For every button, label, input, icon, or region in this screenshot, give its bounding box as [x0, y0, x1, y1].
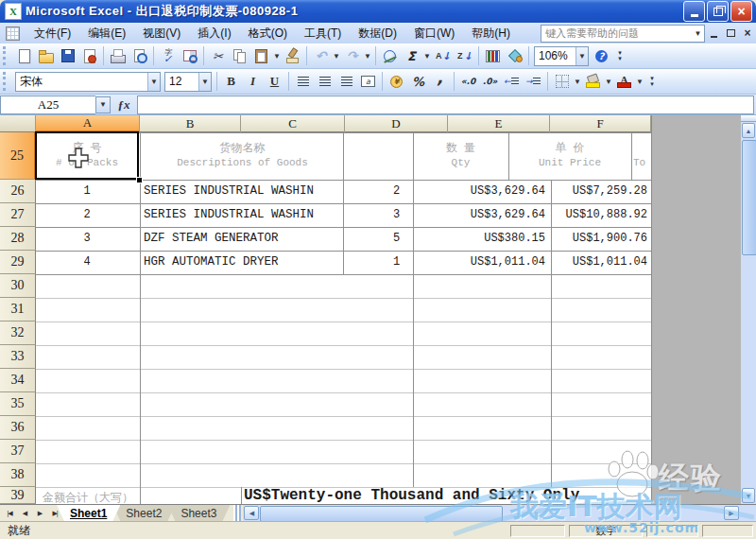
workbook-restore-button[interactable] [723, 26, 738, 41]
cell-amount-26[interactable]: US$7,259.28 [532, 184, 647, 198]
cell-desc-27[interactable]: SERIES INDUSTRIAL WASHIN [144, 208, 314, 221]
chevron-down-icon[interactable]: ▼ [147, 73, 160, 91]
chevron-down-icon[interactable]: ▼ [272, 45, 282, 66]
align-left-button[interactable] [293, 71, 313, 92]
name-box[interactable]: A25 [0, 96, 95, 114]
worksheet-grid[interactable]: ABCDEF 252627282930313233343536373839 序 … [0, 115, 756, 504]
decrease-indent-button[interactable] [502, 71, 522, 92]
autosum-button[interactable] [402, 45, 421, 66]
cell-amount-29[interactable]: US$1,011.04 [532, 255, 647, 269]
help-button[interactable] [592, 45, 611, 66]
underline-button[interactable] [265, 71, 284, 92]
chevron-down-icon[interactable]: ▼ [198, 73, 211, 91]
cell-amount-words[interactable]: US$Twenty-one Thousand and Sixty Only [244, 487, 579, 504]
cell-unit-27[interactable]: US$3,629.64 [429, 208, 545, 221]
menu-data[interactable]: 数据(D) [350, 24, 405, 43]
scroll-right-button[interactable]: ▶ [724, 506, 739, 520]
cell-desc-29[interactable]: HGR AUTOMATIC DRYER [144, 255, 279, 269]
menu-window[interactable]: 窗口(W) [405, 24, 463, 43]
italic-button[interactable] [243, 71, 263, 92]
horizontal-scroll-thumb[interactable] [260, 506, 503, 522]
tab-sheet3[interactable]: Sheet3 [167, 505, 230, 521]
header-total-fragment[interactable]: To [633, 157, 651, 168]
chevron-down-icon[interactable]: ▼ [573, 71, 582, 92]
row-header-35[interactable]: 35 [0, 392, 36, 416]
font-size-combo[interactable]: 12 ▼ [164, 72, 212, 92]
decrease-decimal-button[interactable] [480, 71, 500, 92]
cell-amount-28[interactable]: US$1,900.76 [532, 232, 647, 245]
cell-desc-26[interactable]: SERIES INDUSTRIAL WASHIN [144, 184, 314, 198]
tab-split-handle[interactable] [233, 505, 241, 521]
bold-button[interactable] [221, 71, 241, 92]
column-header-F[interactable]: F [550, 115, 651, 132]
header-desc-cn[interactable]: 货物名称 [140, 140, 345, 156]
vertical-scrollbar[interactable]: ▲ ▼ [741, 115, 756, 504]
name-box-dropdown[interactable]: ▼ [95, 96, 111, 113]
header-unit-en[interactable]: Unit Price [508, 157, 631, 168]
sort-ascending-button[interactable] [433, 45, 453, 66]
scroll-down-button[interactable]: ▼ [742, 488, 755, 503]
cell-desc-28[interactable]: DZF STEAM GENERATOR [144, 232, 279, 245]
header-qty-en[interactable]: Qty [413, 157, 508, 168]
copy-button[interactable] [230, 45, 249, 66]
row-header-32[interactable]: 32 [0, 322, 36, 345]
menu-edit[interactable]: 编辑(E) [79, 24, 134, 43]
toolbar-grip[interactable] [3, 72, 9, 91]
menu-insert[interactable]: 插入(I) [189, 24, 239, 43]
redo-button[interactable] [342, 45, 362, 66]
column-header-C[interactable]: C [241, 115, 345, 132]
header-qty-cn[interactable]: 数 量 [413, 140, 508, 156]
currency-button[interactable] [387, 71, 406, 92]
fill-handle[interactable] [136, 177, 143, 183]
row-header-37[interactable]: 37 [0, 440, 36, 463]
align-center-button[interactable] [315, 71, 335, 92]
menu-view[interactable]: 视图(V) [134, 24, 189, 43]
tab-sheet1[interactable]: Sheet1 [57, 505, 120, 521]
column-header-A[interactable]: A [36, 115, 140, 132]
format-painter-button[interactable] [283, 45, 302, 66]
drawing-button[interactable] [505, 45, 524, 66]
align-right-button[interactable] [336, 71, 356, 92]
research-button[interactable] [180, 45, 199, 66]
open-button[interactable] [36, 45, 56, 66]
horizontal-scrollbar[interactable]: ◀ ▶ [243, 505, 756, 521]
next-sheet-button[interactable]: ▶ [32, 507, 47, 520]
spelling-button[interactable] [158, 45, 178, 66]
row-header-28[interactable]: 28 [0, 227, 36, 251]
previous-sheet-button[interactable]: ◀ [17, 507, 32, 520]
row-header-31[interactable]: 31 [0, 298, 36, 322]
cell-no-28[interactable]: 3 [36, 232, 138, 245]
row-header-26[interactable]: 26 [0, 180, 36, 203]
menu-help[interactable]: 帮助(H) [463, 24, 519, 43]
column-header-D[interactable]: D [345, 115, 448, 132]
tab-sheet2[interactable]: Sheet2 [112, 505, 175, 521]
column-header-B[interactable]: B [140, 115, 241, 132]
row-header-33[interactable]: 33 [0, 345, 36, 369]
row-header-38[interactable]: 38 [0, 463, 36, 487]
cell-no-29[interactable]: 4 [36, 255, 138, 269]
minimize-button[interactable] [683, 1, 705, 22]
comma-button[interactable] [430, 71, 450, 92]
restore-button[interactable] [707, 1, 729, 22]
workbook-close-button[interactable]: × [740, 26, 755, 41]
chevron-down-icon[interactable]: ▼ [604, 71, 613, 92]
menu-format[interactable]: 格式(O) [240, 24, 296, 43]
row-header-36[interactable]: 36 [0, 416, 36, 440]
row-header-25[interactable]: 25 [0, 132, 36, 180]
cut-button[interactable] [208, 45, 228, 66]
scroll-left-button[interactable]: ◀ [244, 506, 259, 520]
cell-unit-26[interactable]: US$3,629.64 [429, 184, 545, 198]
menu-tools[interactable]: 工具(T) [296, 24, 350, 43]
row-header-39[interactable]: 39 [0, 487, 36, 504]
formula-input[interactable] [137, 96, 754, 114]
save-button[interactable] [58, 45, 77, 66]
chevron-down-icon[interactable]: ▼ [363, 45, 372, 66]
font-color-button[interactable] [614, 71, 634, 92]
chevron-down-icon[interactable]: ▼ [576, 47, 588, 65]
merge-center-button[interactable] [358, 71, 378, 92]
cell-no-27[interactable]: 2 [36, 208, 138, 221]
chevron-down-icon[interactable]: ▼ [332, 45, 341, 66]
split-box[interactable] [741, 115, 756, 122]
sort-descending-button[interactable] [455, 45, 474, 66]
help-question-box[interactable]: 键入需要帮助的问题 ▼ [541, 25, 705, 43]
